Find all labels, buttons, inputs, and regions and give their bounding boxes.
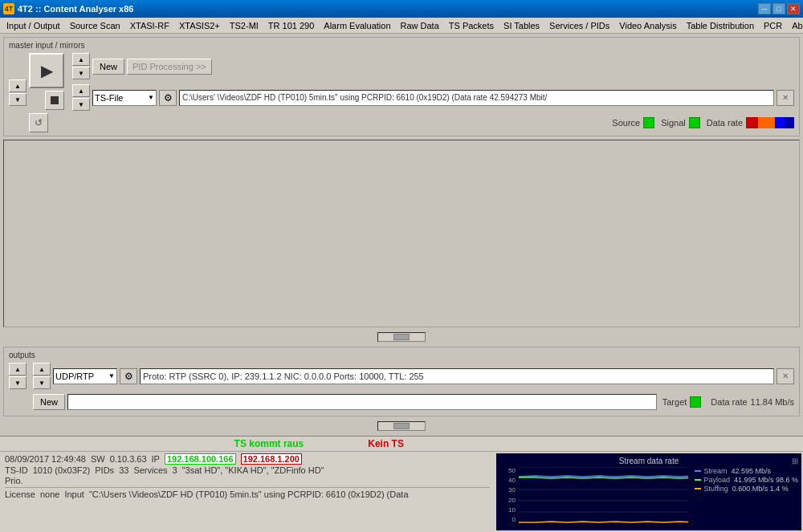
menu-ts2mi[interactable]: TS2-MI <box>225 18 263 33</box>
scrollbar-thumb[interactable] <box>393 334 410 340</box>
output-combo-arrow: ▼ <box>108 372 115 380</box>
menu-video-analysis[interactable]: Video Analysis <box>614 18 681 33</box>
license-value: none <box>40 489 59 499</box>
output-item-up[interactable]: ▲ <box>33 363 51 376</box>
h-scrollbar[interactable] <box>377 332 426 342</box>
menu-about[interactable]: About <box>787 18 803 33</box>
master-file-row: ▲ ▼ TS-File ▼ ⚙ C:\Users' \Videos\ZDF HD… <box>72 84 794 111</box>
output-protocol-display: Proto: RTP (SSRC 0), IP: 239.1.1.2 NIC: … <box>140 368 774 384</box>
menu-tr101290[interactable]: TR 101 290 <box>263 18 319 33</box>
main-display-area <box>3 140 800 327</box>
chart-title: Stream data rate <box>499 457 798 465</box>
master-input-section: master input / mirrors ▲ ▼ ▶ <box>3 37 800 136</box>
play-button[interactable]: ▶ <box>29 53 64 88</box>
stuffing-legend-label: Stuffing <box>703 485 728 493</box>
datetime-sw-row: 08/09/2017 12:49:48 SW 0.10.3.63 IP 192.… <box>5 453 490 465</box>
app-icon: 4T <box>3 3 14 14</box>
tsid-label: TS-ID <box>5 465 28 475</box>
input-nav-up[interactable]: ▲ <box>72 53 90 66</box>
menu-table-dist[interactable]: Table Distribution <box>682 18 759 33</box>
menu-alarm-eval[interactable]: Alarm Evaluation <box>319 18 395 33</box>
master-input-label: master input / mirrors <box>9 41 794 50</box>
license-row-info: License none Input "C:\Users \Videos\ZDF… <box>5 487 490 499</box>
output-type-combo[interactable]: UDP/RTP ▼ <box>53 368 117 384</box>
output-settings-button[interactable]: ⚙ <box>120 368 137 384</box>
ts-kommt-label: TS kommt raus <box>234 438 304 449</box>
output-nav-down[interactable]: ▼ <box>9 376 26 389</box>
menu-pcr[interactable]: PCR <box>759 18 787 33</box>
tsid-value: 1010 (0x03F2) <box>33 465 91 475</box>
source-label: Source <box>612 118 640 128</box>
nav-down-icon[interactable]: ▼ <box>9 93 26 106</box>
playback-controls: ▲ ▼ ▶ ↺ <box>9 53 64 132</box>
kein-ts-label: Kein TS <box>368 438 404 449</box>
outputs-section: outputs ▲ ▼ ▲ ▼ UDP/RTP ▼ ⚙ Proto: RT <box>3 347 800 416</box>
outputs-label: outputs <box>9 351 794 359</box>
ts-status-row: TS kommt raus Kein TS <box>0 437 803 452</box>
legend-stuffing: Stuffing 0.600 Mb/s 1.4 % <box>695 485 798 493</box>
h-scrollbar-2[interactable] <box>377 421 426 431</box>
menu-input-output[interactable]: Input / Output <box>2 18 65 33</box>
source-indicator <box>643 117 654 128</box>
reload-button[interactable]: ↺ <box>29 113 48 132</box>
sw-label: SW <box>91 454 105 464</box>
scrollbar-thumb-2[interactable] <box>393 423 410 429</box>
signal-indicator <box>689 117 700 128</box>
master-nav-down[interactable]: ▼ <box>72 98 90 111</box>
pids-label: PIDs <box>95 465 114 475</box>
tsid-row: TS-ID 1010 (0x03F2) PIDs 33 Services 3 "… <box>5 465 490 475</box>
nav-up-button[interactable]: ▲ ▼ <box>9 79 26 106</box>
nav-up-icon[interactable]: ▲ <box>9 79 26 92</box>
pid-processing-button[interactable]: PID Processing >> <box>127 59 212 75</box>
stream-legend-label: Stream <box>703 467 727 475</box>
output-type-row: ▲ ▼ UDP/RTP ▼ ⚙ Proto: RTP (SSRC 0), IP:… <box>33 363 794 389</box>
stream-legend-icon <box>695 470 701 472</box>
close-button[interactable]: ✕ <box>787 3 800 14</box>
stop-button[interactable] <box>45 91 64 110</box>
services-value: 3 <box>173 465 177 475</box>
output-data-rate-value: 11.84 Mb/s <box>751 397 794 407</box>
title-bar-left: 4T 4T2 :: Content Analyser x86 <box>3 3 133 14</box>
master-clear-button[interactable]: ✕ <box>777 90 794 106</box>
legend-payload: Payload 41.995 Mb/s 98.6 % <box>695 476 798 484</box>
master-settings-button[interactable]: ⚙ <box>159 90 177 106</box>
output-clear-button[interactable]: ✕ <box>777 368 794 384</box>
legend-stream: Stream 42.595 Mb/s <box>695 467 798 475</box>
ip1-value: 192.168.100.166 <box>165 453 236 465</box>
output-nav-up[interactable]: ▲ <box>9 363 26 376</box>
input-label: Input <box>64 489 84 499</box>
data-rate-indicator <box>746 117 794 128</box>
menu-source-scan[interactable]: Source Scan <box>65 18 125 33</box>
minimize-button[interactable]: ─ <box>758 3 771 14</box>
stuffing-legend-value: 0.600 Mb/s 1.4 % <box>732 485 789 493</box>
y-label-40: 40 <box>499 477 516 484</box>
menu-services-pids[interactable]: Services / PIDs <box>544 18 614 33</box>
chart-expand-button[interactable]: ⊞ <box>792 457 798 465</box>
output-new-button[interactable]: New <box>33 394 65 410</box>
input-nav-down[interactable]: ▼ <box>72 67 90 79</box>
payload-legend-label: Payload <box>703 476 730 484</box>
maximize-button[interactable]: □ <box>772 3 785 14</box>
output-item-down[interactable]: ▼ <box>33 376 51 389</box>
input-type-row: ▲ ▼ New PID Processing >> <box>72 53 794 79</box>
sw-value: 0.10.3.63 <box>110 454 147 464</box>
input-type-combo[interactable]: TS-File ▼ <box>92 90 157 106</box>
master-new-button[interactable]: New <box>92 59 124 75</box>
menu-si-tables[interactable]: SI Tables <box>499 18 544 33</box>
signal-label: Signal <box>661 118 686 128</box>
master-file-path: C:\Users' \Videos\ZDF HD (TP010) 5min.ts… <box>179 90 774 106</box>
prio-row: Prio. <box>5 476 490 485</box>
pids-value: 33 <box>119 465 128 475</box>
menu-xtasi-rf[interactable]: XTASI-RF <box>125 18 174 33</box>
data-rate-label: Data rate <box>707 118 743 128</box>
menu-xtasis2[interactable]: XTASIS2+ <box>174 18 225 33</box>
chart-svg <box>519 467 688 523</box>
master-nav-up[interactable]: ▲ <box>72 84 90 97</box>
license-label: License <box>5 489 35 499</box>
target-indicator <box>690 396 701 408</box>
y-label-50: 50 <box>499 467 516 474</box>
input-path-value: "C:\Users \Videos\ZDF HD (TP010) 5min.ts… <box>89 489 409 499</box>
source-signal-row: Source Signal Data rate <box>72 117 794 128</box>
menu-ts-packets[interactable]: TS Packets <box>444 18 499 33</box>
menu-raw-data[interactable]: Raw Data <box>396 18 444 33</box>
